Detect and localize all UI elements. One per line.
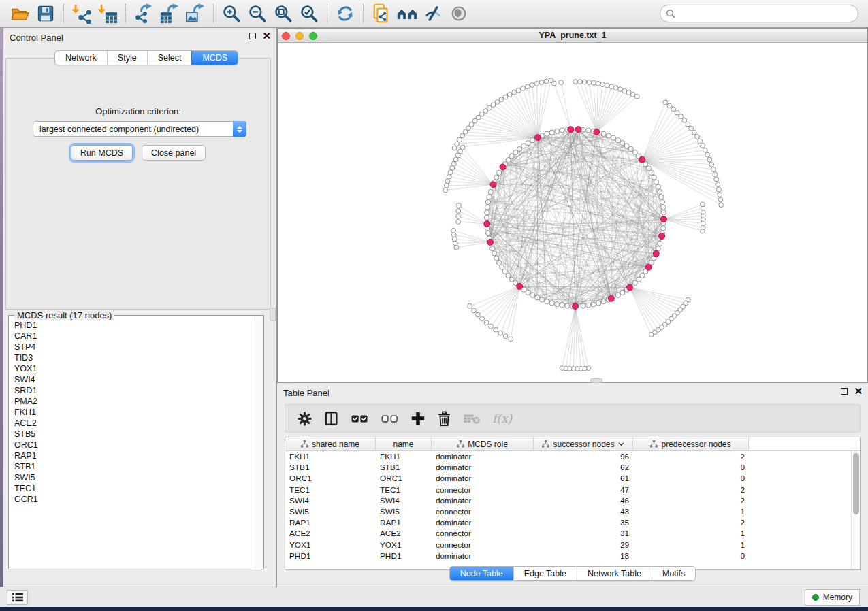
- table-cell[interactable]: dominator: [432, 463, 534, 472]
- ring-node[interactable]: [526, 140, 530, 145]
- table-cell[interactable]: dominator: [432, 474, 534, 483]
- mcds-result-item[interactable]: ORC1: [14, 440, 255, 450]
- tab-mcds[interactable]: MCDS: [191, 51, 238, 65]
- mcds-result-item[interactable]: STB5: [14, 429, 255, 440]
- network-search[interactable]: [660, 5, 858, 22]
- ring-node[interactable]: [660, 226, 665, 231]
- leaf-node[interactable]: [544, 79, 549, 84]
- leaf-node[interactable]: [456, 220, 461, 225]
- zoom-out-button[interactable]: [244, 2, 270, 25]
- ring-node[interactable]: [496, 170, 501, 175]
- ring-node[interactable]: [506, 273, 511, 278]
- table-cell[interactable]: 96: [534, 452, 633, 461]
- mcds-result-item[interactable]: ACE2: [14, 418, 255, 429]
- column-header-MCDS-role[interactable]: MCDS role: [432, 437, 534, 450]
- ring-node[interactable]: [601, 131, 606, 136]
- ring-node[interactable]: [545, 131, 549, 136]
- mcds-list-scrollbar[interactable]: [255, 316, 263, 568]
- ring-node[interactable]: [656, 184, 660, 189]
- ring-node[interactable]: [488, 189, 493, 194]
- leaf-node[interactable]: [539, 80, 544, 85]
- mcds-hub-node[interactable]: [594, 129, 600, 135]
- ring-node[interactable]: [494, 256, 499, 261]
- ring-node[interactable]: [560, 128, 564, 133]
- ring-node[interactable]: [549, 130, 554, 135]
- table-row[interactable]: STB1STB1dominator620: [285, 462, 860, 473]
- ring-node[interactable]: [640, 273, 645, 278]
- close-panel-icon[interactable]: ✕: [854, 388, 863, 395]
- mcds-result-item[interactable]: TID3: [14, 352, 255, 363]
- ring-node[interactable]: [659, 195, 664, 199]
- leaf-node[interactable]: [718, 193, 722, 197]
- window-close-icon[interactable]: [282, 32, 290, 40]
- leaf-node[interactable]: [507, 93, 512, 97]
- mcds-hub-node[interactable]: [653, 250, 659, 257]
- ring-node[interactable]: [555, 302, 560, 307]
- tab-edge-table[interactable]: Edge Table: [513, 567, 577, 580]
- tab-node-table[interactable]: Node Table: [450, 567, 513, 580]
- ring-node[interactable]: [494, 175, 499, 180]
- leaf-node[interactable]: [503, 334, 508, 339]
- mcds-hub-node[interactable]: [535, 135, 541, 141]
- leaf-node[interactable]: [719, 203, 724, 208]
- mcds-hub-node[interactable]: [575, 127, 581, 133]
- leaf-node[interactable]: [709, 162, 714, 167]
- import-network-button[interactable]: [69, 2, 95, 25]
- ring-node[interactable]: [656, 246, 660, 251]
- leaf-node[interactable]: [443, 188, 448, 193]
- table-row[interactable]: ORC1ORC1dominator610: [285, 473, 860, 484]
- ring-node[interactable]: [586, 303, 591, 308]
- table-cell[interactable]: FKH1: [285, 452, 376, 461]
- mcds-result-item[interactable]: TEC1: [14, 483, 255, 494]
- ring-node[interactable]: [509, 277, 514, 282]
- column-header-shared-name[interactable]: shared name: [285, 437, 376, 450]
- network-canvas[interactable]: [278, 43, 867, 382]
- leaf-node[interactable]: [534, 82, 539, 86]
- mcds-hub-node[interactable]: [500, 164, 506, 170]
- table-cell[interactable]: 47: [534, 485, 633, 495]
- leaf-node[interactable]: [667, 103, 672, 108]
- first-neighbors-button[interactable]: [394, 2, 420, 25]
- column-header-successor-nodes[interactable]: successor nodes: [534, 437, 633, 450]
- leaf-node[interactable]: [472, 308, 477, 313]
- ring-node[interactable]: [506, 158, 511, 163]
- ring-node[interactable]: [549, 301, 554, 306]
- save-button[interactable]: [33, 2, 59, 25]
- table-row[interactable]: PHD1PHD1dominator180: [285, 550, 860, 561]
- leaf-node[interactable]: [455, 142, 460, 146]
- leaf-node[interactable]: [530, 83, 534, 88]
- scrollbar-thumb[interactable]: [853, 453, 859, 514]
- leaf-node[interactable]: [689, 126, 694, 131]
- mcds-hub-node[interactable]: [517, 284, 523, 290]
- leaf-node[interactable]: [701, 202, 705, 207]
- leaf-node[interactable]: [457, 137, 462, 142]
- leaf-node[interactable]: [494, 327, 498, 332]
- column-header-name[interactable]: name: [376, 437, 432, 450]
- mcds-hub-node[interactable]: [484, 221, 490, 227]
- table-row[interactable]: RAP1RAP1dominator352: [285, 517, 860, 528]
- table-cell[interactable]: SWI5: [285, 507, 376, 516]
- table-cell[interactable]: dominator: [432, 551, 534, 561]
- leaf-node[interactable]: [551, 81, 556, 86]
- close-panel-icon[interactable]: ✕: [262, 33, 271, 39]
- leaf-node[interactable]: [600, 82, 605, 87]
- table-cell[interactable]: connector: [432, 507, 534, 516]
- leaf-node[interactable]: [452, 237, 457, 242]
- leaf-node[interactable]: [663, 100, 668, 105]
- network-from-selection-button[interactable]: [368, 2, 394, 25]
- leaf-node[interactable]: [448, 170, 453, 175]
- ring-node[interactable]: [485, 205, 489, 210]
- show-columns-icon[interactable]: [324, 411, 339, 426]
- table-cell[interactable]: 1: [633, 529, 749, 538]
- ring-node[interactable]: [611, 135, 615, 140]
- ring-node[interactable]: [509, 154, 514, 159]
- table-cell[interactable]: 18: [534, 551, 633, 561]
- mcds-hub-node[interactable]: [627, 284, 633, 291]
- mcds-result-item[interactable]: STP4: [14, 342, 255, 352]
- memory-button[interactable]: Memory: [805, 589, 860, 606]
- leaf-node[interactable]: [468, 303, 472, 308]
- ring-node[interactable]: [485, 210, 489, 215]
- ring-node[interactable]: [484, 215, 489, 220]
- hide-selected-button[interactable]: [420, 2, 446, 25]
- ring-node[interactable]: [646, 166, 651, 171]
